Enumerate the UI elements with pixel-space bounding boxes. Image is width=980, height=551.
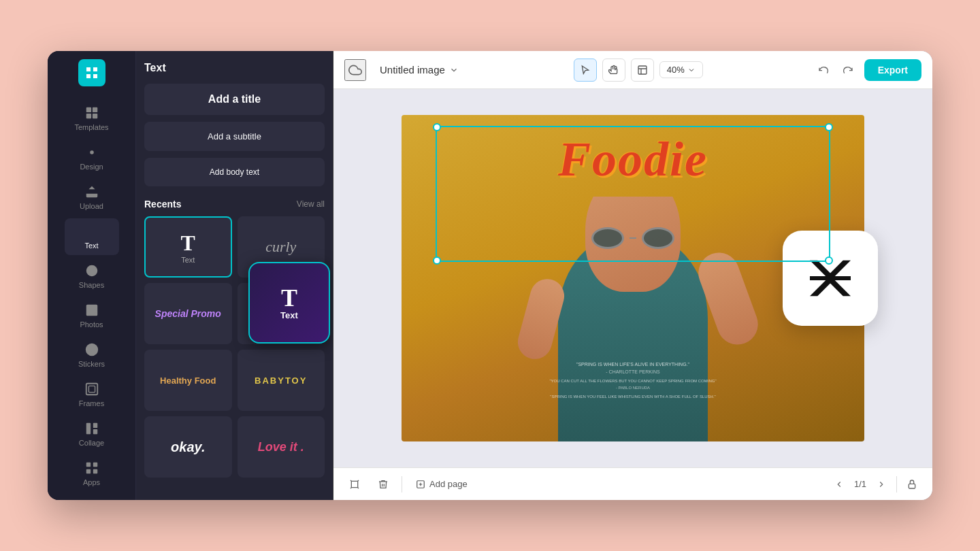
- svg-rect-2: [86, 114, 91, 118]
- svg-point-4: [90, 150, 94, 154]
- zoom-button[interactable]: 40%: [659, 61, 703, 78]
- svg-rect-3: [92, 114, 97, 118]
- doc-title-button[interactable]: Untitled image: [374, 61, 464, 78]
- sidebar-item-shapes[interactable]: Shapes: [65, 258, 119, 295]
- handle-top-left[interactable]: [433, 123, 441, 131]
- add-body-button[interactable]: Add body text: [144, 158, 325, 186]
- sidebar-item-collage[interactable]: Collage: [65, 416, 119, 452]
- svg-rect-18: [638, 66, 647, 74]
- canvas-area: Foodie: [333, 89, 932, 467]
- top-bar: Untitled image 40%: [333, 51, 932, 89]
- text-card-healthy[interactable]: Healthy Food: [144, 350, 232, 411]
- loveit-text: Love it .: [258, 440, 304, 454]
- redo-button[interactable]: [837, 59, 859, 81]
- sidebar: Templates Design Upload Text Shapes Phot…: [48, 51, 136, 500]
- prev-page-button[interactable]: [830, 475, 849, 494]
- svg-rect-15: [93, 463, 97, 467]
- sidebar-item-upload[interactable]: Upload: [65, 179, 119, 216]
- text-card-babytoy[interactable]: BABYTOY: [238, 350, 325, 411]
- svg-rect-13: [93, 429, 97, 434]
- main-area: Untitled image 40%: [333, 51, 932, 500]
- recents-header: Recents View all: [144, 199, 325, 210]
- page-nav: 1/1: [830, 475, 921, 494]
- zoom-value: 40%: [667, 65, 685, 75]
- svg-rect-12: [93, 423, 97, 428]
- bottom-bar: Add page 1/1: [333, 467, 932, 500]
- page-nav-divider: [896, 476, 897, 492]
- tooltip-label: Text: [280, 310, 298, 320]
- svg-rect-1: [92, 107, 97, 112]
- quote-line2: - CHARLOTTE PERKINS: [531, 368, 735, 375]
- crop-button[interactable]: [344, 474, 365, 495]
- panel-title: Text: [144, 62, 325, 74]
- text-card-special[interactable]: Special Promo: [144, 283, 232, 344]
- svg-point-8: [85, 344, 97, 356]
- t-icon: T: [181, 231, 195, 256]
- svg-rect-10: [88, 386, 95, 392]
- svg-rect-20: [351, 481, 357, 487]
- bottom-divider: [402, 476, 402, 492]
- handle-bottom-left[interactable]: [433, 256, 441, 265]
- layout-tool-button[interactable]: [631, 59, 654, 82]
- tooltip-t-letter: T: [281, 286, 297, 310]
- sidebar-item-text[interactable]: Text: [65, 218, 119, 255]
- quote-line4: - PABLO NERUDA: [531, 385, 735, 392]
- handle-top-right[interactable]: [825, 123, 833, 131]
- undo-redo-group: [813, 59, 859, 81]
- sidebar-item-apps[interactable]: Apps: [65, 455, 119, 492]
- special-promo-text: Special Promo: [155, 308, 221, 319]
- okay-text: okay.: [171, 439, 205, 455]
- delete-button[interactable]: [373, 474, 393, 495]
- next-page-button[interactable]: [872, 475, 891, 494]
- svg-rect-14: [86, 463, 90, 467]
- quote-line5: "SPRING IS WHEN YOU FEEL LIKE WHISTLING …: [531, 394, 735, 401]
- canvas-quote: "SPRING IS WHEN LIFE'S ALIVE IN EVERYTHI…: [531, 361, 735, 401]
- svg-rect-17: [93, 469, 97, 473]
- add-title-button[interactable]: Add a title: [144, 84, 325, 115]
- doc-title-text: Untitled image: [380, 64, 445, 76]
- tooltip-bubble: T Text: [248, 262, 330, 344]
- svg-rect-11: [86, 423, 90, 435]
- svg-rect-0: [86, 107, 91, 112]
- svg-point-7: [88, 307, 91, 309]
- page-info: 1/1: [854, 479, 866, 489]
- sidebar-item-stickers[interactable]: Stickers: [65, 337, 119, 373]
- handle-bottom-right[interactable]: [825, 256, 833, 265]
- select-tool-button[interactable]: [574, 59, 597, 82]
- add-page-button[interactable]: Add page: [410, 476, 473, 492]
- recents-label: Recents: [144, 199, 181, 210]
- sidebar-item-frames[interactable]: Frames: [65, 376, 119, 413]
- sidebar-item-photos[interactable]: Photos: [65, 297, 119, 334]
- text-cards-grid: T Text curly Special Promo #Coffee Break…: [144, 216, 325, 478]
- svg-point-5: [86, 265, 97, 277]
- toolbar-center: 40%: [472, 59, 804, 82]
- text-panel: Text Add a title Add a subtitle Add body…: [136, 51, 333, 500]
- view-all-link[interactable]: View all: [297, 199, 325, 209]
- selection-box: [436, 126, 830, 262]
- text-card-basic[interactable]: T Text: [144, 216, 232, 278]
- canvas-wrapper: Foodie: [402, 115, 864, 441]
- svg-rect-9: [86, 384, 97, 395]
- sidebar-item-templates[interactable]: Templates: [65, 100, 119, 137]
- healthy-text: Healthy Food: [160, 375, 216, 386]
- app-logo[interactable]: [78, 59, 105, 86]
- text-card-label: Text: [181, 256, 195, 264]
- quote-line3: "YOU CAN CUT ALL THE FLOWERS BUT YOU CAN…: [531, 378, 735, 385]
- add-page-label: Add page: [429, 479, 468, 489]
- text-card-okay[interactable]: okay.: [144, 416, 232, 478]
- toolbar-right: Export: [813, 59, 921, 81]
- svg-rect-22: [909, 484, 915, 488]
- lock-button[interactable]: [902, 475, 921, 494]
- undo-button[interactable]: [813, 59, 834, 81]
- svg-rect-16: [86, 469, 90, 473]
- curly-text: curly: [265, 238, 296, 256]
- save-cloud-button[interactable]: [344, 59, 366, 81]
- text-card-loveit[interactable]: Love it .: [238, 416, 325, 478]
- quote-line1: "SPRING IS WHEN LIFE'S ALIVE IN EVERYTHI…: [531, 361, 735, 368]
- sidebar-item-design[interactable]: Design: [65, 139, 119, 176]
- hand-tool-button[interactable]: [602, 59, 625, 82]
- add-subtitle-button[interactable]: Add a subtitle: [144, 122, 325, 151]
- babytoy-text: BABYTOY: [255, 375, 307, 386]
- export-button[interactable]: Export: [864, 59, 921, 81]
